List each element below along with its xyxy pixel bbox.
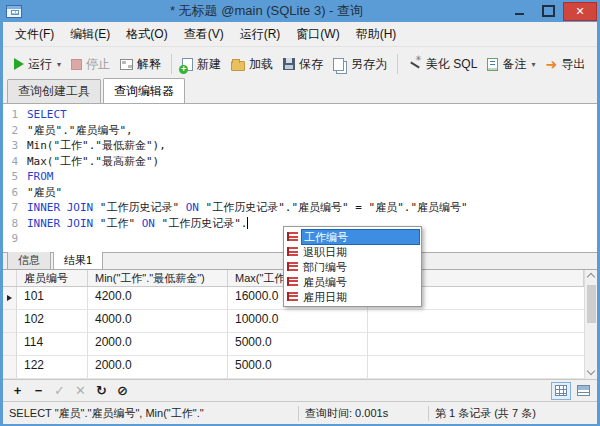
tab-info[interactable]: 信息 [7, 251, 51, 269]
row-marker [3, 310, 17, 332]
refresh-button[interactable]: ↻ [91, 383, 112, 398]
export-button[interactable]: ➜ 导出 [540, 52, 590, 77]
run-dropdown-caret[interactable]: ▾ [57, 60, 61, 69]
editor-line: 7INNER JOIN "工作历史记录" ON "工作历史记录"."雇员编号" … [3, 200, 597, 216]
row-marker-header [3, 270, 17, 286]
table-row[interactable]: 1222000.05000.0 [3, 356, 584, 379]
run-button[interactable]: 运行 ▾ [9, 52, 66, 77]
editor-line: 1SELECT [3, 107, 597, 123]
delete-record-button[interactable]: − [28, 383, 49, 398]
column-header[interactable]: Min("工作"."最低薪金") [88, 270, 228, 286]
line-number: 7 [3, 200, 27, 216]
add-record-button[interactable]: + [7, 383, 28, 398]
scroll-up-icon[interactable] [585, 270, 598, 283]
tab-query-builder[interactable]: 查询创建工具 [7, 79, 101, 103]
row-marker [3, 356, 17, 378]
table-cell[interactable]: 5000.0 [228, 356, 368, 378]
load-button[interactable]: 加载 [226, 52, 278, 77]
minimize-button[interactable] [505, 2, 534, 21]
table-cell[interactable]: 2000.0 [88, 356, 228, 378]
autocomplete-item[interactable]: 退职日期 [285, 244, 420, 259]
table-cell[interactable]: 10000.0 [228, 310, 368, 332]
close-button[interactable] [563, 2, 597, 21]
query-tabs: 查询创建工具 查询编辑器 [3, 81, 597, 103]
maximize-button[interactable] [534, 2, 563, 21]
menu-item[interactable]: 格式(O) [118, 23, 175, 46]
status-query-text: SELECT "雇员"."雇员编号", Min("工作"." [3, 406, 298, 421]
line-number: 2 [3, 123, 27, 139]
column-header[interactable]: 雇员编号 [17, 270, 88, 286]
stop-query-button[interactable]: ⊘ [112, 383, 133, 398]
apply-changes-button[interactable]: ✓ [49, 383, 70, 398]
scroll-down-icon[interactable] [585, 366, 598, 379]
table-cell-filler [368, 356, 584, 378]
new-button[interactable]: + 新建 [177, 52, 226, 77]
table-row[interactable]: 1024000.010000.0 [3, 310, 584, 333]
grid-view-icon [555, 385, 567, 396]
editor-line: 5FROM [3, 169, 597, 185]
column-icon [287, 292, 298, 301]
autocomplete-item-label: 雇员编号 [301, 275, 420, 289]
line-number: 3 [3, 138, 27, 154]
table-cell[interactable]: 102 [17, 310, 88, 332]
table-cell[interactable]: 5000.0 [228, 333, 368, 355]
save-button[interactable]: 保存 [278, 52, 328, 77]
menu-item[interactable]: 帮助(H) [348, 23, 405, 46]
tab-query-editor[interactable]: 查询编辑器 [103, 78, 185, 103]
menu-item[interactable]: 查看(V) [176, 23, 232, 46]
grid-view-button[interactable] [551, 382, 571, 400]
menu-item[interactable]: 文件(F) [7, 23, 62, 46]
toolbar-separator [171, 54, 172, 74]
menu-item[interactable]: 运行(R) [232, 23, 289, 46]
memo-dropdown-caret[interactable]: ▾ [531, 60, 535, 69]
vertical-scrollbar[interactable] [584, 270, 597, 379]
table-cell[interactable]: 4000.0 [88, 310, 228, 332]
sql-text: "工作历史记录". [155, 217, 248, 230]
sql-text: "雇员"."雇员编号", [27, 124, 133, 137]
table-cell[interactable]: 122 [17, 356, 88, 378]
form-view-icon [577, 385, 590, 396]
row-marker [3, 333, 17, 355]
table-cell[interactable]: 2000.0 [88, 333, 228, 355]
memo-button[interactable]: 备注 ▾ [482, 52, 540, 77]
explain-button[interactable]: 解释 [115, 52, 166, 77]
save-as-button[interactable]: 另存为 [328, 52, 392, 77]
sql-text: "工作历史记录" [93, 201, 186, 214]
table-cell[interactable]: 114 [17, 333, 88, 355]
column-icon [287, 247, 298, 256]
editor-line: 3Min("工作"."最低薪金"), [3, 138, 597, 154]
discard-changes-button[interactable]: ✕ [70, 383, 91, 398]
explain-icon [120, 59, 133, 70]
status-bar: SELECT "雇员"."雇员编号", Min("工作"." 查询时间: 0.0… [3, 401, 597, 424]
tab-result1[interactable]: 结果1 [53, 251, 103, 269]
sql-keyword: INNER JOIN [27, 201, 93, 214]
form-view-button[interactable] [573, 382, 593, 400]
line-number: 9 [3, 231, 27, 247]
title-bar: * 无标题 @main (SQLite 3) - 查询 [3, 0, 597, 22]
table-row[interactable]: 1142000.05000.0 [3, 333, 584, 356]
current-row-icon [7, 295, 12, 301]
line-text: "雇员" [27, 185, 62, 201]
menu-item[interactable]: 窗口(W) [288, 23, 347, 46]
record-toolbar: + − ✓ ✕ ↻ ⊘ [3, 379, 597, 401]
beautify-sql-button[interactable]: 美化 SQL [403, 52, 482, 77]
sql-text: "雇员" [27, 186, 62, 199]
toolbar: 运行 ▾ 停止 解释 + 新建 加载 保存 另存为 [3, 47, 597, 81]
scrollbar-thumb[interactable] [587, 285, 596, 323]
editor-line: 6"雇员" [3, 185, 597, 201]
sql-keyword: ON [186, 201, 199, 214]
toolbar-separator [397, 54, 398, 74]
autocomplete-item[interactable]: 部门编号 [285, 259, 420, 274]
stop-button[interactable]: 停止 [66, 52, 115, 77]
menu-item[interactable]: 编辑(E) [62, 23, 118, 46]
table-cell-filler [368, 310, 584, 332]
table-cell[interactable]: 101 [17, 287, 88, 309]
table-cell[interactable]: 4200.0 [88, 287, 228, 309]
save-as-icon [333, 58, 344, 71]
line-text: INNER JOIN "工作历史记录" ON "工作历史记录"."雇员编号" =… [27, 200, 468, 216]
autocomplete-item[interactable]: 雇用日期 [285, 289, 420, 304]
sql-text: Max("工作"."最高薪金") [27, 155, 159, 168]
autocomplete-item[interactable]: 雇员编号 [285, 274, 420, 289]
autocomplete-item[interactable]: 工作编号 [285, 229, 420, 244]
line-number: 4 [3, 154, 27, 170]
